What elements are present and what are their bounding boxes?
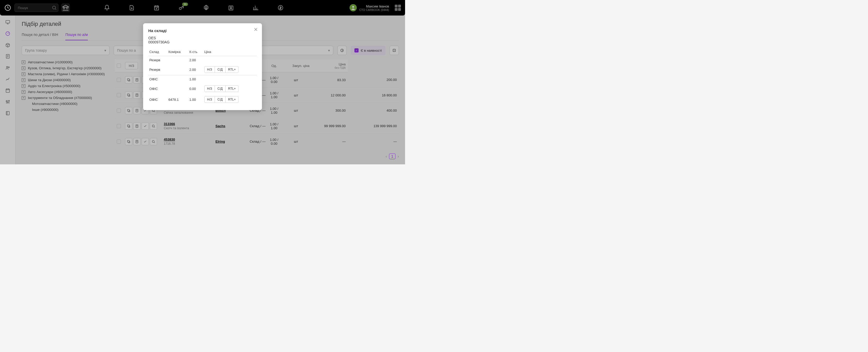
- mth-cell: Комірка: [167, 48, 188, 56]
- btn-rtl[interactable]: RTL+: [225, 66, 239, 73]
- mc-qty: 0.00: [188, 83, 203, 94]
- modal-row: ОФІС6478.11.00Н/ЗС/ДRTL+: [148, 94, 257, 105]
- mc-cell: [167, 56, 188, 64]
- modal: На складі OES 00009730AG Склад Комірка К…: [143, 23, 262, 110]
- modal-table: Склад Комірка К-сть Ціна Резерв2.00Резер…: [148, 48, 257, 105]
- mth-price: Ціна: [203, 48, 257, 56]
- btn-group: Н/ЗС/ДRTL+: [204, 66, 256, 73]
- mc-wh: ОФІС: [148, 83, 167, 94]
- btn-nz[interactable]: Н/З: [204, 66, 215, 73]
- modal-title: На складі: [148, 28, 257, 33]
- mc-price: Н/ЗС/ДRTL+: [203, 64, 257, 75]
- mc-wh: Резерв: [148, 56, 167, 64]
- modal-row: ОФІС1.00: [148, 75, 257, 84]
- modal-row: Резерв2.00: [148, 56, 257, 64]
- mc-wh: Резерв: [148, 64, 167, 75]
- modal-overlay[interactable]: На складі OES 00009730AG Склад Комірка К…: [0, 0, 405, 165]
- mc-price: Н/ЗС/ДRTL+: [203, 94, 257, 105]
- btn-nz[interactable]: Н/З: [204, 85, 215, 92]
- btn-sd[interactable]: С/Д: [215, 85, 225, 92]
- modal-code: 00009730AG: [148, 40, 257, 44]
- btn-rtl[interactable]: RTL+: [225, 96, 239, 103]
- mc-cell: [167, 75, 188, 84]
- modal-row: ОФІС0.00Н/ЗС/ДRTL+: [148, 83, 257, 94]
- mc-qty: 1.00: [188, 75, 203, 84]
- close-icon[interactable]: [253, 27, 258, 32]
- mc-wh: ОФІС: [148, 94, 167, 105]
- mc-price: [203, 56, 257, 64]
- mth-qty: К-сть: [188, 48, 203, 56]
- mc-qty: 1.00: [188, 94, 203, 105]
- btn-sd[interactable]: С/Д: [215, 96, 225, 103]
- btn-sd[interactable]: С/Д: [215, 66, 225, 73]
- btn-rtl[interactable]: RTL+: [225, 85, 239, 92]
- mc-wh: ОФІС: [148, 75, 167, 84]
- modal-row: Резерв2.00Н/ЗС/ДRTL+: [148, 64, 257, 75]
- btn-nz[interactable]: Н/З: [204, 96, 215, 103]
- mc-cell: [167, 83, 188, 94]
- mc-price: [203, 75, 257, 84]
- modal-brand: OES: [148, 36, 257, 40]
- mc-qty: 2.00: [188, 64, 203, 75]
- mc-cell: [167, 64, 188, 75]
- mc-qty: 2.00: [188, 56, 203, 64]
- mth-wh: Склад: [148, 48, 167, 56]
- btn-group: Н/ЗС/ДRTL+: [204, 85, 256, 92]
- mc-price: Н/ЗС/ДRTL+: [203, 83, 257, 94]
- mc-cell: 6478.1: [167, 94, 188, 105]
- btn-group: Н/ЗС/ДRTL+: [204, 96, 256, 103]
